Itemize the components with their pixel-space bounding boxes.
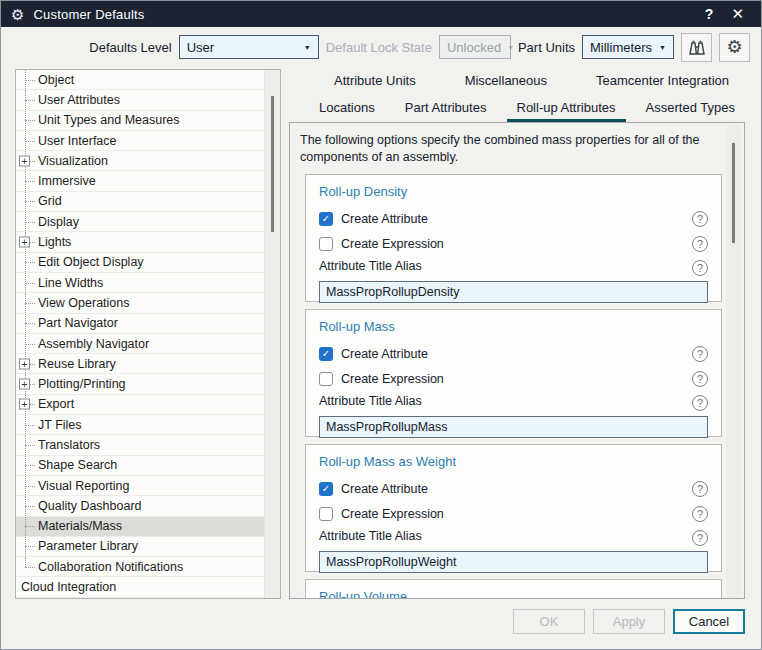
apply-button[interactable]: Apply bbox=[593, 609, 665, 634]
tree-item-materials-mass[interactable]: Materials/Mass bbox=[16, 517, 265, 537]
tree-item-display[interactable]: Display bbox=[16, 212, 265, 232]
tree-item-label: Edit Object Display bbox=[38, 255, 144, 269]
tree-item-translators[interactable]: Translators bbox=[16, 435, 265, 455]
chevron-down-icon: ▼ bbox=[304, 44, 311, 51]
tab-locations[interactable]: Locations bbox=[309, 97, 385, 122]
alias-label: Attribute Title Alias bbox=[319, 259, 422, 273]
expand-icon[interactable]: + bbox=[19, 358, 30, 369]
tree-item-shape-search[interactable]: Shape Search bbox=[16, 456, 265, 476]
tree-item-label: Immersive bbox=[38, 174, 96, 188]
help-icon[interactable]: ? bbox=[692, 371, 708, 387]
tree-item-label: Parameter Library bbox=[38, 539, 138, 553]
tree-item-lights[interactable]: +Lights bbox=[16, 232, 265, 252]
tab-part-attributes[interactable]: Part Attributes bbox=[395, 97, 497, 122]
window-help-button[interactable]: ? bbox=[696, 6, 723, 22]
tree-item-assembly-navigator[interactable]: Assembly Navigator bbox=[16, 334, 265, 354]
help-icon[interactable]: ? bbox=[692, 506, 708, 522]
tree-item-unit-types-and-measures[interactable]: Unit Types and Measures bbox=[16, 111, 265, 131]
help-icon[interactable]: ? bbox=[692, 236, 708, 252]
create-attribute-checkbox[interactable]: ✓ bbox=[319, 212, 333, 226]
create-expression-row: Create Expression ? bbox=[319, 369, 708, 389]
expand-icon[interactable]: + bbox=[19, 155, 30, 166]
section-roll-up-density: Roll-up Density ✓ Create Attribute ? Cre… bbox=[305, 174, 722, 302]
tree-item-label: Unit Types and Measures bbox=[38, 113, 180, 127]
section-title: Roll-up Mass as Weight bbox=[319, 454, 708, 469]
tree-item-reuse-library[interactable]: +Reuse Library bbox=[16, 354, 265, 374]
help-icon[interactable]: ? bbox=[692, 481, 708, 497]
customer-defaults-dialog: ⚙ Customer Defaults ? ✕ Defaults Level U… bbox=[0, 0, 762, 650]
part-units-label: Part Units bbox=[518, 40, 575, 55]
tree-item-label: User Attributes bbox=[38, 93, 120, 107]
tree-item-label: Reuse Library bbox=[38, 357, 116, 371]
alias-input[interactable] bbox=[319, 281, 708, 303]
tree-item-grid[interactable]: Grid bbox=[16, 192, 265, 212]
lock-state-value: Unlocked bbox=[447, 40, 501, 55]
cancel-button[interactable]: Cancel bbox=[673, 609, 745, 634]
tab-roll-up-attributes[interactable]: Roll-up Attributes bbox=[507, 97, 626, 122]
ok-button[interactable]: OK bbox=[513, 609, 585, 634]
alias-label-row: Attribute Title Alias ? bbox=[319, 529, 708, 547]
create-expression-checkbox[interactable] bbox=[319, 237, 333, 251]
tree-item-quality-dashboard[interactable]: Quality Dashboard bbox=[16, 496, 265, 516]
window-close-button[interactable]: ✕ bbox=[722, 5, 753, 23]
tree-item-visualization[interactable]: +Visualization bbox=[16, 151, 265, 171]
defaults-level-label: Defaults Level bbox=[89, 40, 171, 55]
tree-item-object[interactable]: Object bbox=[16, 70, 265, 90]
tab-asserted-types[interactable]: Asserted Types bbox=[636, 97, 745, 122]
create-attribute-checkbox[interactable]: ✓ bbox=[319, 347, 333, 361]
alias-input[interactable] bbox=[319, 551, 708, 573]
content-scrollbar[interactable] bbox=[726, 125, 741, 599]
defaults-level-value: User bbox=[187, 40, 214, 55]
defaults-level-select[interactable]: User ▼ bbox=[179, 35, 319, 59]
help-icon[interactable]: ? bbox=[692, 395, 708, 411]
create-expression-checkbox[interactable] bbox=[319, 372, 333, 386]
tree-item-line-widths[interactable]: Line Widths bbox=[16, 273, 265, 293]
tree-item-label: Lights bbox=[38, 235, 71, 249]
tree-item-label: Assembly Navigator bbox=[38, 337, 149, 351]
tree-item-user-interface[interactable]: User Interface bbox=[16, 131, 265, 151]
tree-item-collaboration-notifications[interactable]: Collaboration Notifications bbox=[16, 557, 265, 577]
panel-description: The following options specify the combin… bbox=[300, 132, 720, 166]
tree-item-plotting-printing[interactable]: +Plotting/Printing bbox=[16, 374, 265, 394]
create-expression-row: Create Expression ? bbox=[319, 234, 708, 254]
alias-input[interactable] bbox=[319, 416, 708, 438]
expand-icon[interactable]: + bbox=[19, 399, 30, 410]
tree-item-user-attributes[interactable]: User Attributes bbox=[16, 90, 265, 110]
tree-item-view-operations[interactable]: View Operations bbox=[16, 293, 265, 313]
tab-attribute-units[interactable]: Attribute Units bbox=[324, 70, 426, 95]
create-attribute-row: ✓ Create Attribute ? bbox=[319, 479, 708, 499]
rollup-attributes-panel: The following options specify the combin… bbox=[289, 122, 745, 599]
create-attribute-checkbox[interactable]: ✓ bbox=[319, 482, 333, 496]
help-icon[interactable]: ? bbox=[692, 346, 708, 362]
binoculars-icon bbox=[687, 39, 707, 56]
expand-icon[interactable]: + bbox=[19, 237, 30, 248]
lock-state-select: Unlocked ▼ bbox=[439, 35, 511, 59]
tree-item-visual-reporting[interactable]: Visual Reporting bbox=[16, 476, 265, 496]
content-scrollbar-thumb[interactable] bbox=[732, 143, 735, 243]
expand-icon[interactable]: + bbox=[19, 379, 30, 390]
create-expression-label: Create Expression bbox=[341, 237, 444, 251]
tree-item-edit-object-display[interactable]: Edit Object Display bbox=[16, 253, 265, 273]
create-expression-checkbox[interactable] bbox=[319, 507, 333, 521]
tab-miscellaneous[interactable]: Miscellaneous bbox=[455, 70, 557, 95]
tree-item-immersive[interactable]: Immersive bbox=[16, 171, 265, 191]
help-icon[interactable]: ? bbox=[692, 260, 708, 276]
tree-scrollbar-thumb[interactable] bbox=[271, 96, 274, 232]
manage-defaults-button[interactable]: ⚙ bbox=[719, 33, 750, 62]
tree-scrollbar[interactable] bbox=[264, 70, 280, 598]
find-default-button[interactable] bbox=[681, 33, 712, 62]
tree-item-label: Object bbox=[38, 73, 74, 87]
tree-item-part-navigator[interactable]: Part Navigator bbox=[16, 314, 265, 334]
tree-item-parameter-library[interactable]: Parameter Library bbox=[16, 537, 265, 557]
help-icon[interactable]: ? bbox=[692, 530, 708, 546]
tree-item-cloud-integration[interactable]: Cloud Integration bbox=[16, 577, 265, 597]
part-units-value: Millimeters bbox=[590, 40, 652, 55]
tree-item-export[interactable]: +Export bbox=[16, 395, 265, 415]
help-icon[interactable]: ? bbox=[692, 211, 708, 227]
tab-teamcenter-integration[interactable]: Teamcenter Integration bbox=[586, 70, 739, 95]
tree-item-jt-files[interactable]: JT Files bbox=[16, 415, 265, 435]
tree-item-label: Materials/Mass bbox=[38, 519, 122, 533]
part-units-select[interactable]: Millimeters ▼ bbox=[582, 35, 674, 59]
tree-rows: ObjectUser AttributesUnit Types and Meas… bbox=[16, 70, 265, 598]
tree-item-label: Line Widths bbox=[38, 276, 103, 290]
